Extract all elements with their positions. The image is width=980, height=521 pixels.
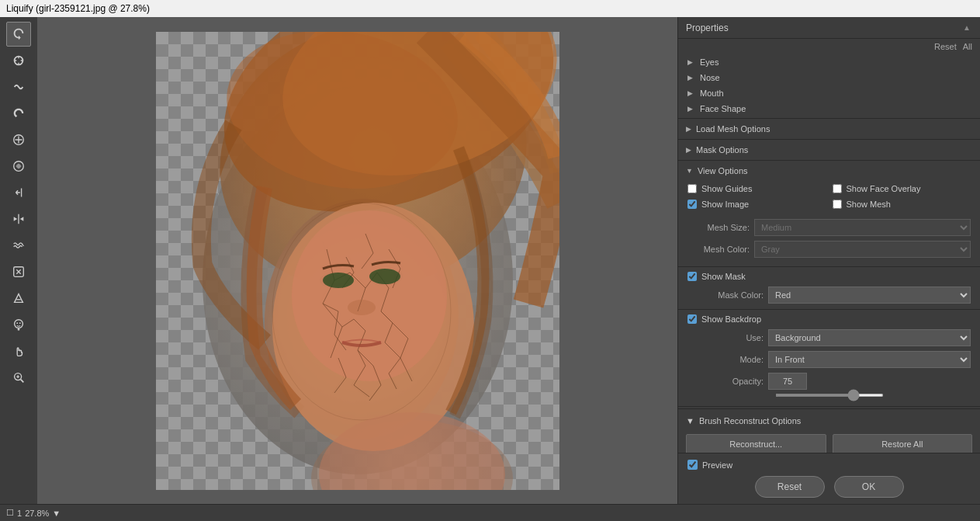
load-mesh-arrow: ▶	[686, 125, 691, 133]
backdrop-use-label: Use:	[701, 333, 764, 342]
backdrop-mode-select[interactable]: In Front	[768, 351, 971, 368]
ok-button[interactable]: OK	[834, 476, 904, 498]
mesh-size-row: Mesh Size: Medium	[687, 217, 971, 238]
show-backdrop-checkbox[interactable]	[687, 314, 697, 324]
show-backdrop-group: Show Backdrop Use: Background Mode: In F…	[678, 311, 980, 407]
eyes-label: Eyes	[700, 57, 719, 67]
show-face-overlay-label[interactable]: Show Face Overlay	[847, 184, 921, 193]
hand-tool-btn[interactable]	[6, 339, 31, 363]
bottom-bar: ☐ 1 27.8% ▼	[0, 504, 980, 521]
mesh-size-select[interactable]: Medium	[754, 219, 971, 236]
face-shape-section[interactable]: ▶ Face Shape	[678, 101, 980, 116]
mask-options-header[interactable]: ▶ Mask Options	[678, 141, 980, 158]
svg-point-7	[18, 328, 20, 331]
mesh-color-label: Mesh Color:	[687, 245, 750, 254]
view-options-header[interactable]: ▼ View Options	[678, 162, 980, 179]
restore-all-button[interactable]: Restore All	[833, 434, 973, 453]
mask-options-label: Mask Options	[696, 145, 748, 155]
thaw-tool-btn[interactable]	[6, 286, 31, 311]
twirl-tool-btn[interactable]	[6, 101, 31, 126]
show-face-overlay-row: Show Face Overlay	[833, 184, 971, 193]
canvas-area[interactable]	[37, 17, 677, 504]
show-image-row: Show Image	[687, 200, 826, 209]
zoom-icon	[12, 370, 26, 384]
panel-scroll-up[interactable]: ▲	[961, 22, 972, 33]
warp-icon	[12, 27, 26, 41]
thaw-icon	[12, 291, 26, 305]
reset-all-row: Reset All	[678, 39, 980, 54]
title-bar: Liquify (girl-2359121.jpg @ 27.8%)	[0, 0, 980, 17]
zoom-level: 27.8%	[25, 509, 49, 518]
mask-color-label: Mask Color:	[701, 290, 764, 300]
show-image-label[interactable]: Show Image	[701, 200, 749, 209]
preview-checkbox[interactable]	[687, 460, 698, 470]
show-mesh-label[interactable]: Show Mesh	[847, 200, 891, 209]
brush-reconstruct-header[interactable]: ▼ Brush Reconstruct Options	[686, 412, 972, 429]
push-left-tool-btn[interactable]	[6, 180, 31, 205]
brush-reconstruct-section: ▼ Brush Reconstruct Options Reconstruct.…	[678, 408, 980, 453]
view-checkboxes: Show Guides Show Face Overlay Show Image	[687, 184, 971, 212]
reset-btn-top[interactable]: Reset	[934, 42, 957, 51]
reconstruct-tool-btn[interactable]	[6, 48, 31, 73]
mirror-icon	[12, 212, 26, 226]
title-text: Liquify (girl-2359121.jpg @ 27.8%)	[6, 3, 150, 14]
turbulence-tool-btn[interactable]	[6, 233, 31, 258]
show-mesh-checkbox[interactable]	[833, 200, 842, 209]
mesh-color-row: Mesh Color: Gray	[687, 238, 971, 260]
nose-section[interactable]: ▶ Nose	[678, 70, 980, 85]
backdrop-use-select[interactable]: Background	[768, 329, 971, 346]
show-guides-checkbox[interactable]	[687, 184, 697, 193]
face-shape-arrow: ▶	[687, 105, 695, 113]
mask-options-group: ▶ Mask Options	[678, 141, 980, 161]
reset-button[interactable]: Reset	[755, 476, 825, 498]
view-options-content: Show Guides Show Face Overlay Show Image	[678, 179, 980, 265]
pucker-tool-btn[interactable]	[6, 127, 31, 152]
face-shape-label: Face Shape	[700, 104, 746, 113]
warp-tool[interactable]	[6, 22, 31, 47]
smooth-tool-btn[interactable]	[6, 75, 31, 99]
mouth-arrow: ▶	[687, 89, 695, 97]
mesh-size-label: Mesh Size:	[687, 223, 750, 232]
brush-reconstruct-arrow: ▼	[686, 416, 694, 425]
reconstruct-icon	[12, 54, 26, 68]
face-aware-section: ▶ Eyes ▶ Nose ▶ Mouth ▶ Face Shape	[678, 54, 980, 119]
backdrop-opacity-input[interactable]: 75	[768, 373, 807, 390]
photo-canvas[interactable]	[156, 32, 559, 490]
mirror-tool-btn[interactable]	[6, 207, 31, 231]
preview-label[interactable]: Preview	[702, 460, 732, 470]
svg-point-6	[19, 322, 21, 324]
show-face-overlay-checkbox[interactable]	[833, 184, 842, 193]
opacity-slider[interactable]	[775, 394, 884, 397]
mesh-color-select[interactable]: Gray	[754, 241, 971, 258]
mask-color-select[interactable]: Red	[768, 287, 971, 304]
show-backdrop-label[interactable]: Show Backdrop	[701, 314, 761, 324]
show-mask-label[interactable]: Show Mask	[701, 272, 746, 281]
load-mesh-header[interactable]: ▶ Load Mesh Options	[678, 120, 980, 137]
reconstruct-buttons: Reconstruct... Restore All	[686, 434, 972, 453]
show-mask-row: Show Mask	[687, 272, 971, 281]
freeze-tool-btn[interactable]	[6, 259, 31, 284]
view-options-label: View Options	[698, 166, 748, 175]
mouth-section[interactable]: ▶ Mouth	[678, 85, 980, 101]
show-backdrop-row: Show Backdrop	[687, 314, 971, 324]
all-btn-top[interactable]: All	[963, 42, 972, 51]
show-guides-row: Show Guides	[687, 184, 826, 193]
show-guides-label[interactable]: Show Guides	[701, 184, 752, 193]
bloat-tool-btn[interactable]	[6, 154, 31, 179]
backdrop-mode-label: Mode:	[701, 355, 764, 364]
zoom-tool-btn[interactable]	[6, 365, 31, 390]
eyes-section[interactable]: ▶ Eyes	[678, 54, 980, 70]
smooth-icon	[12, 80, 26, 94]
show-image-checkbox[interactable]	[687, 200, 697, 209]
push-left-icon	[12, 186, 26, 200]
backdrop-opacity-label: Opacity:	[701, 377, 764, 386]
preview-row: Preview	[687, 460, 971, 470]
panel-scroll-area[interactable]: Reset All ▶ Eyes ▶ Nose ▶ Mouth ▶	[678, 39, 980, 453]
reconstruct-button[interactable]: Reconstruct...	[686, 434, 826, 453]
show-mask-checkbox[interactable]	[687, 272, 697, 281]
panel-title: Properties	[686, 23, 729, 33]
svg-point-4	[15, 320, 23, 328]
zoom-dropdown-arrow[interactable]: ▼	[52, 509, 61, 518]
canvas-container	[156, 32, 559, 490]
face-tool-btn[interactable]	[6, 312, 31, 337]
